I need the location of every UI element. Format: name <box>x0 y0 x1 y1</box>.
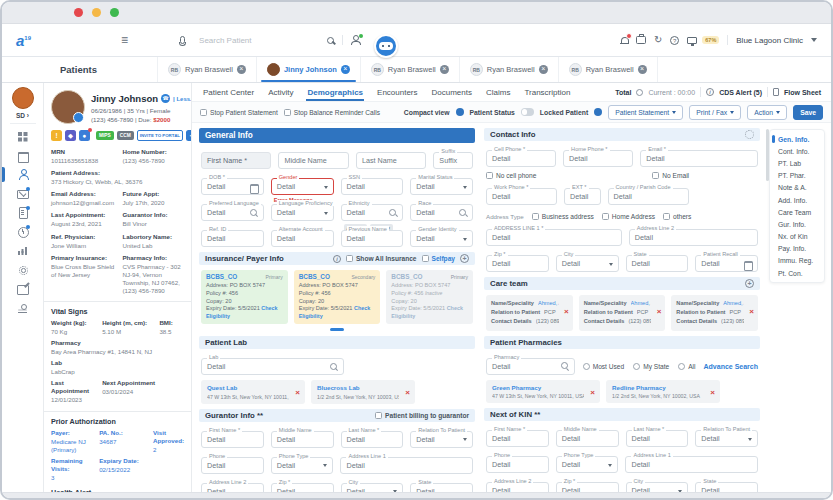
form-field[interactable]: Address Line 2 Detail <box>486 482 549 492</box>
care-team-card[interactable]: Name/SpecialityAhmed, Ali Relation to Pa… <box>579 295 666 331</box>
facility-name-link[interactable]: Bluecross Lab <box>317 384 399 391</box>
show-all-insurance-checkbox[interactable]: Show All Insurance <box>346 255 417 262</box>
form-field[interactable]: Marital Status Detail <box>410 178 473 195</box>
business-address-checkbox[interactable]: Business address <box>532 213 594 220</box>
warning-badge-icon[interactable]: ! <box>51 130 62 141</box>
facility-card[interactable]: Bluecross Lab 1/2 2nd St, New York, NY 1… <box>311 380 415 404</box>
sidebar-item-patients[interactable] <box>2 165 43 184</box>
remove-icon[interactable]: × <box>564 308 569 316</box>
carousel-indicator[interactable] <box>330 328 344 331</box>
care-team-card[interactable]: Name/SpecialityAhmed, Ali Relation to Pa… <box>486 295 573 331</box>
section-nav-item[interactable]: Gur. Info. <box>770 218 824 230</box>
care-member-link[interactable]: Ahmed, Ali <box>723 299 744 308</box>
window-minimize-button[interactable] <box>92 8 101 17</box>
briefcase-icon[interactable] <box>636 36 646 44</box>
microphone-icon[interactable] <box>180 36 185 44</box>
form-field[interactable]: SSN Detail <box>341 178 404 195</box>
form-field[interactable]: Last Name * Detail <box>341 431 404 448</box>
remove-icon[interactable]: × <box>295 389 300 397</box>
facility-card[interactable]: Redline Pharmacy 1/2 2nd St, New York, N… <box>606 380 720 404</box>
sidebar-item-compose[interactable] <box>2 279 43 298</box>
add-care-member-icon[interactable]: + <box>745 279 754 288</box>
form-field[interactable]: Gender Detail Error Message <box>271 178 334 195</box>
radio-circle[interactable] <box>583 363 590 370</box>
form-field[interactable]: State Detail <box>626 255 689 272</box>
form-field[interactable]: EXT * Detail <box>564 188 601 205</box>
section-nav-item[interactable]: Nx. of Kin <box>770 231 824 243</box>
alert-bell-badge-icon[interactable]: ● <box>79 130 90 141</box>
form-field[interactable]: State Detail <box>410 483 473 492</box>
form-field[interactable]: Relation To Patient Detail <box>695 430 758 447</box>
sidebar-item-documents[interactable] <box>2 203 43 222</box>
pharmacy-search-field[interactable]: Pharmacy Detail <box>486 358 575 375</box>
form-field[interactable]: Address Line 2 Detail <box>201 483 264 492</box>
form-field[interactable]: Address Line 2 Detail <box>629 229 758 246</box>
stop-statement-checkbox[interactable]: Stop Patient Statement <box>200 109 278 116</box>
patient-tab[interactable]: RB Ryan Braswell × <box>157 57 256 82</box>
patient-status-toggle[interactable] <box>521 108 534 116</box>
form-field[interactable]: First Name * Detail <box>201 431 264 448</box>
window-zoom-button[interactable] <box>110 8 119 17</box>
close-icon[interactable]: × <box>440 65 449 74</box>
form-field[interactable]: Middle Name Detail <box>556 430 619 447</box>
phone-icon[interactable]: ☎ <box>161 94 170 103</box>
main-tab[interactable]: Claims <box>485 84 511 101</box>
form-field[interactable]: Email * Detail <box>640 150 758 167</box>
section-nav-item[interactable]: Note & A. <box>770 182 824 194</box>
advance-search-link[interactable]: Advance Search <box>704 363 758 370</box>
sidebar-item-messages[interactable] <box>2 184 43 203</box>
form-field[interactable]: Phone Type Detail <box>271 457 334 474</box>
care-team-card[interactable]: Name/SpecialityAhmed, Ali Relation to Pa… <box>671 295 758 331</box>
form-field[interactable]: Previous Name Detail <box>341 230 404 247</box>
form-field[interactable]: City Detail <box>341 483 404 492</box>
form-field[interactable]: Gender Identity Detail <box>410 230 473 247</box>
add-patient-icon[interactable] <box>351 35 362 45</box>
history-icon[interactable]: ↻ <box>654 35 662 45</box>
section-nav-item[interactable]: Pay. Info. <box>770 243 824 255</box>
form-field[interactable]: Cell Phone * Detail <box>486 150 556 167</box>
main-tab[interactable]: Demographics <box>306 84 364 101</box>
facility-card[interactable]: Green Pharmacy 47 W 13th St, New York, N… <box>486 380 600 404</box>
care-member-link[interactable]: Ahmed, Ali <box>631 299 652 308</box>
form-field[interactable]: First Name * <box>201 152 271 169</box>
form-field[interactable]: Home Phone * Detail <box>563 150 633 167</box>
radio-circle[interactable] <box>633 363 640 370</box>
home-address-checkbox[interactable]: Home Address <box>602 213 655 220</box>
section-nav-item[interactable]: PT. Lab <box>770 157 824 169</box>
form-field[interactable]: Relation To Patient Detail <box>410 431 473 448</box>
radio-option[interactable]: All <box>678 363 695 370</box>
window-close-button[interactable] <box>74 8 83 17</box>
user-avatar[interactable] <box>12 87 34 109</box>
print-fax-button[interactable]: Print / Fax <box>689 105 741 120</box>
form-field[interactable]: Last Name * Detail <box>626 430 689 447</box>
main-tab[interactable]: Encounters <box>376 84 418 101</box>
section-nav-item[interactable]: Cont. Info. <box>770 145 824 157</box>
stop-balance-checkbox[interactable]: Stop Balance Reminder Calls <box>284 109 380 116</box>
ccm-badge[interactable]: CCM <box>117 131 134 140</box>
form-field[interactable] <box>696 188 758 205</box>
form-field[interactable]: Patient Recall Detail <box>695 255 758 272</box>
save-button[interactable]: Save <box>793 105 823 120</box>
patient-photo[interactable] <box>51 90 85 124</box>
form-field[interactable]: Suffix Suffix <box>433 152 473 169</box>
form-field[interactable]: Ref. ID Detail <box>201 230 264 247</box>
form-field[interactable]: Work Phone * Detail <box>486 188 557 205</box>
form-field[interactable]: Language Proficiency Detail <box>271 204 334 221</box>
add-insurance-icon[interactable]: + <box>460 254 469 263</box>
scrollbar[interactable] <box>766 129 769 181</box>
cds-alert-link[interactable]: CDS Alert (5) <box>719 89 762 96</box>
form-field[interactable]: Zip * Detail <box>271 483 334 492</box>
form-field[interactable]: City Detail <box>556 255 619 272</box>
form-field[interactable]: Ethnicity Detail Asian ×Asian × <box>341 204 404 221</box>
section-nav-item[interactable]: Add. Info. <box>770 194 824 206</box>
lab-search-field[interactable]: Lab Detail <box>201 358 344 375</box>
form-field[interactable]: Race Detail <box>410 204 473 221</box>
sidebar-item-reports[interactable] <box>2 241 43 260</box>
sidebar-item-dashboard[interactable] <box>2 127 43 146</box>
form-field[interactable]: Middle Name Detail <box>271 431 334 448</box>
form-field[interactable]: ADDRESS LINE 1 * Detail <box>486 229 622 246</box>
close-icon[interactable]: × <box>539 65 548 74</box>
flow-sheet-link[interactable]: Flow Sheet <box>784 89 821 96</box>
radio-option[interactable]: My State <box>633 363 669 370</box>
form-field[interactable]: State Detail <box>695 482 758 492</box>
